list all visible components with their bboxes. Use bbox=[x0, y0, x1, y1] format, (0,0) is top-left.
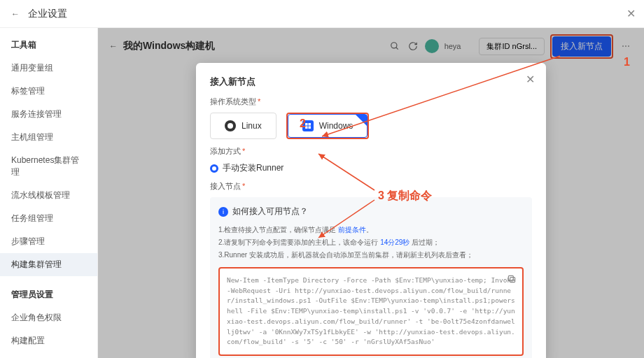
sidebar-item[interactable]: 标签管理 bbox=[0, 80, 97, 103]
modal-title: 接入新节点 bbox=[210, 76, 532, 88]
radio-selected-icon bbox=[210, 164, 218, 173]
page-title: 企业设置 bbox=[28, 8, 67, 20]
sidebar-item[interactable]: 构建集群管理 bbox=[0, 253, 97, 276]
modal-overlay: 接入新节点 ✕ 操作系统类型* Linux bbox=[98, 28, 644, 358]
svg-rect-8 bbox=[508, 275, 513, 280]
sidebar-item[interactable]: Kubernetes集群管理 bbox=[0, 149, 97, 184]
svg-rect-7 bbox=[510, 278, 515, 282]
sidebar: 工具箱 通用变量组标签管理服务连接管理主机组管理Kubernetes集群管理流水… bbox=[0, 28, 98, 358]
node-label: 接入节点* bbox=[210, 181, 532, 192]
info-icon: i bbox=[218, 207, 228, 217]
prereq-link[interactable]: 前提条件 bbox=[338, 226, 366, 234]
sidebar-section-admin: 管理员设置 bbox=[0, 286, 97, 306]
sidebar-item[interactable]: 服务连接管理 bbox=[0, 103, 97, 126]
page-close-icon[interactable]: ✕ bbox=[626, 7, 636, 20]
install-command-box[interactable]: New-Item -ItemType Directory -Force -Pat… bbox=[218, 267, 524, 356]
add-node-modal: 接入新节点 ✕ 操作系统类型* Linux bbox=[196, 63, 546, 358]
svg-point-2 bbox=[227, 123, 233, 129]
sidebar-item[interactable]: 主机组管理 bbox=[0, 126, 97, 149]
os-option-windows[interactable]: Windows bbox=[288, 114, 368, 138]
linux-icon bbox=[225, 120, 236, 131]
modal-close-icon[interactable]: ✕ bbox=[526, 73, 535, 86]
sidebar-item[interactable]: 步骤管理 bbox=[0, 230, 97, 253]
page-back-icon[interactable]: ← bbox=[8, 9, 22, 19]
sidebar-section-toolbox: 工具箱 bbox=[0, 36, 97, 57]
sidebar-item[interactable]: 任务组管理 bbox=[0, 207, 97, 230]
svg-rect-4 bbox=[308, 123, 311, 126]
windows-icon bbox=[302, 120, 314, 131]
howto-box: i 如何接入可用节点？ 1.检查待接入节点配置，确保节点满足 前提条件。 2.请… bbox=[210, 197, 532, 358]
os-type-label: 操作系统类型* bbox=[210, 96, 532, 107]
sidebar-item[interactable]: 企业角色权限 bbox=[0, 306, 97, 329]
sidebar-item[interactable]: 流水线模板管理 bbox=[0, 184, 97, 207]
howto-title: 如何接入可用节点？ bbox=[232, 206, 308, 217]
svg-rect-3 bbox=[305, 123, 308, 126]
add-method-radio[interactable]: 手动安装Runner bbox=[210, 162, 532, 174]
install-command-text: New-Item -ItemType Directory -Force -Pat… bbox=[227, 276, 515, 345]
sidebar-item[interactable]: 构建配置 bbox=[0, 329, 97, 352]
add-method-label: 添加方式* bbox=[210, 146, 532, 157]
svg-rect-5 bbox=[305, 127, 308, 129]
os-option-linux[interactable]: Linux bbox=[210, 113, 276, 139]
countdown-text: 14分29秒 bbox=[380, 238, 410, 246]
svg-rect-6 bbox=[308, 127, 311, 129]
sidebar-item[interactable]: 通用变量组 bbox=[0, 57, 97, 80]
copy-icon[interactable] bbox=[507, 274, 517, 287]
